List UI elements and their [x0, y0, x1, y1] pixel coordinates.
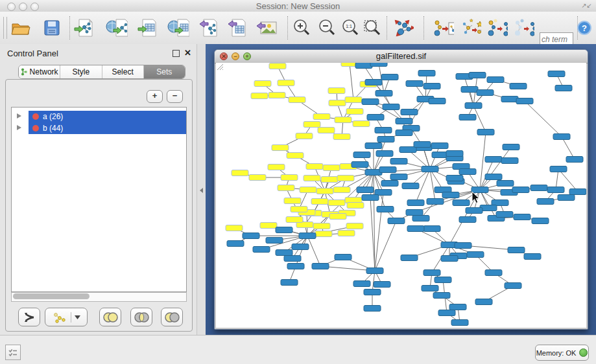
graph-node[interactable] — [353, 152, 370, 158]
graph-node[interactable] — [383, 104, 399, 110]
graph-node[interactable] — [487, 77, 504, 83]
graph-node[interactable] — [423, 84, 440, 89]
help-icon[interactable]: ? — [576, 17, 593, 38]
graph-node[interactable] — [362, 99, 379, 105]
graph-node[interactable] — [287, 153, 304, 159]
graph-node[interactable] — [254, 81, 271, 87]
graph-node[interactable] — [449, 304, 466, 310]
graph-node[interactable] — [268, 165, 285, 170]
graph-node[interactable] — [328, 200, 345, 206]
resize-grip-icon[interactable] — [216, 63, 224, 71]
import-network-url-icon[interactable] — [106, 17, 128, 38]
graph-node[interactable] — [390, 159, 407, 165]
graph-node[interactable] — [459, 169, 476, 175]
zoom-fit-selected-icon[interactable] — [361, 17, 383, 38]
sets-list[interactable]: a (26) b (44) — [11, 107, 187, 292]
network-window-titlebar[interactable]: ✕ − + galFiltered.sif — [215, 50, 588, 63]
graph-node[interactable] — [299, 233, 316, 239]
select-first-neighbors-icon[interactable] — [459, 17, 481, 38]
graph-node[interactable] — [304, 176, 320, 181]
graph-node[interactable] — [316, 188, 333, 194]
graph-node[interactable] — [300, 187, 316, 193]
new-network-from-selection-icon[interactable] — [432, 17, 454, 38]
graph-node[interactable] — [461, 87, 478, 93]
set-row-a[interactable]: a (26) — [12, 111, 186, 122]
graph-node[interactable] — [346, 109, 363, 115]
graph-node[interactable] — [306, 164, 323, 170]
graph-node[interactable] — [375, 91, 392, 97]
graph-node[interactable] — [278, 80, 294, 86]
graph-node[interactable] — [328, 88, 345, 94]
union-sets-button[interactable] — [99, 308, 121, 326]
graph-node[interactable] — [377, 207, 394, 212]
graph-node[interactable] — [435, 277, 451, 283]
graph-node[interactable] — [355, 63, 372, 69]
graph-node[interactable] — [423, 270, 440, 276]
graph-node[interactable] — [442, 192, 459, 198]
graph-node[interactable] — [465, 103, 482, 109]
collapse-panel-icon[interactable] — [200, 188, 203, 193]
graph-node[interactable] — [451, 320, 468, 326]
graph-node[interactable] — [503, 144, 519, 150]
graph-node[interactable] — [453, 200, 470, 206]
graph-node[interactable] — [423, 226, 440, 232]
graph-node[interactable] — [505, 283, 521, 289]
graph-node[interactable] — [496, 212, 513, 218]
graph-node[interactable] — [475, 299, 492, 305]
graph-node[interactable] — [401, 255, 418, 261]
graph-node[interactable] — [530, 185, 547, 191]
graph-node[interactable] — [311, 199, 328, 205]
graph-node[interactable] — [422, 166, 438, 172]
create-set-dropdown-button[interactable] — [45, 308, 88, 326]
graph-node[interactable] — [370, 63, 387, 67]
graph-node[interactable] — [346, 223, 363, 229]
graph-node[interactable] — [477, 130, 494, 135]
graph-node[interactable] — [431, 143, 448, 149]
graph-node[interactable] — [251, 93, 268, 99]
tab-network[interactable]: Network — [19, 65, 60, 78]
float-panel-icon[interactable] — [173, 50, 180, 57]
graph-node[interactable] — [365, 143, 382, 149]
graph-node[interactable] — [497, 181, 514, 187]
graph-node[interactable] — [514, 214, 530, 220]
graph-node[interactable] — [388, 218, 405, 224]
graph-node[interactable] — [367, 115, 384, 120]
graph-node[interactable] — [232, 170, 248, 176]
graph-node[interactable] — [399, 147, 416, 153]
graph-node[interactable] — [469, 73, 486, 78]
network-canvas[interactable] — [216, 63, 586, 328]
graph-node[interactable] — [289, 97, 305, 103]
graph-node[interactable] — [304, 122, 320, 128]
graph-node[interactable] — [374, 282, 390, 288]
graph-node[interactable] — [455, 243, 471, 249]
graph-node[interactable] — [381, 74, 398, 80]
graph-node[interactable] — [276, 227, 292, 233]
graph-node[interactable] — [512, 187, 529, 193]
graph-node[interactable] — [249, 175, 266, 181]
graph-node[interactable] — [292, 244, 309, 250]
graph-node[interactable] — [446, 176, 463, 181]
graph-node[interactable] — [276, 250, 292, 256]
graph-node[interactable] — [459, 217, 476, 223]
graph-node[interactable] — [365, 80, 382, 85]
graph-node[interactable] — [501, 158, 518, 164]
graph-node[interactable] — [467, 252, 484, 258]
graph-node[interactable] — [406, 81, 423, 87]
graph-node[interactable] — [313, 114, 330, 120]
graph-node[interactable] — [407, 200, 424, 206]
graph-node[interactable] — [427, 199, 444, 205]
apply-layout-icon[interactable] — [392, 17, 414, 38]
graph-node[interactable] — [364, 306, 381, 312]
graph-node[interactable] — [429, 98, 446, 104]
export-table-icon[interactable] — [226, 17, 248, 38]
zoom-actual-size-icon[interactable]: 1:1 — [339, 17, 361, 38]
graph-node[interactable] — [412, 216, 429, 222]
graph-node[interactable] — [266, 238, 283, 244]
fullscreen-icon[interactable]: ↗↙ — [581, 2, 592, 9]
hide-selected-icon[interactable] — [486, 17, 508, 38]
graph-node[interactable] — [321, 177, 338, 183]
graph-node[interactable] — [323, 165, 340, 171]
window-titlebar[interactable]: Session: New Session ↗↙ — [0, 0, 596, 12]
graph-node[interactable] — [366, 268, 383, 274]
tab-style[interactable]: Style — [60, 65, 102, 78]
